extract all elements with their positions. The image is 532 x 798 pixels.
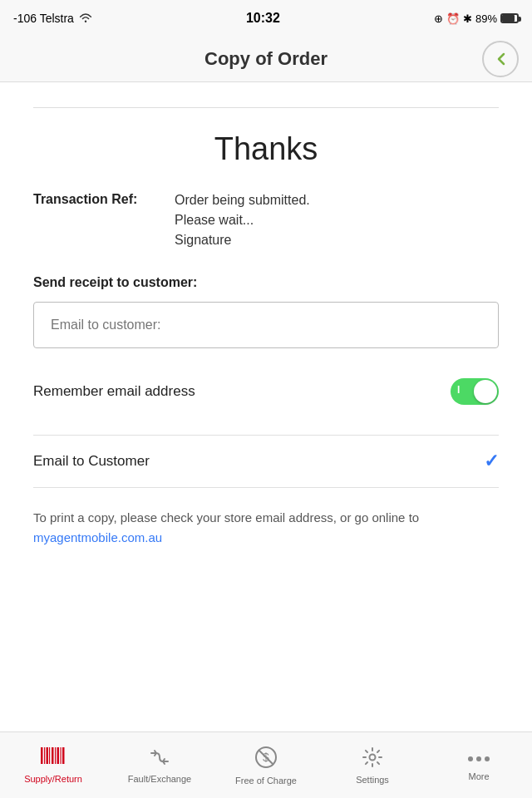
- supply-return-label: Supply/Return: [24, 774, 82, 784]
- status-right: ⊕ ⏰ ✱ 89%: [434, 12, 519, 25]
- info-text: To print a copy, please check your store…: [33, 508, 499, 548]
- email-to-customer-row[interactable]: Email to Customer ✓: [33, 436, 499, 488]
- svg-point-13: [468, 756, 473, 761]
- transaction-ref-value: Order being submitted. Please wait... Si…: [175, 190, 310, 250]
- tab-fault-exchange[interactable]: Fault/Exchange: [106, 732, 213, 798]
- supply-return-icon: [41, 747, 66, 771]
- transaction-line1: Order being submitted.: [175, 190, 310, 210]
- remember-email-toggle[interactable]: I: [451, 378, 499, 405]
- info-text-main: To print a copy, please check your store…: [33, 510, 419, 525]
- carrier-text: -106 Telstra: [13, 12, 74, 25]
- send-receipt-label: Send receipt to customer:: [33, 275, 499, 290]
- svg-rect-2: [47, 747, 49, 764]
- svg-point-12: [370, 754, 376, 760]
- svg-rect-5: [55, 747, 56, 764]
- transaction-ref-row: Transaction Ref: Order being submitted. …: [33, 190, 499, 250]
- fault-exchange-label: Fault/Exchange: [128, 774, 191, 784]
- thanks-title: Thanks: [33, 107, 499, 167]
- lock-icon: ⊕: [434, 12, 443, 25]
- more-label: More: [468, 771, 489, 781]
- toggle-knob: [474, 380, 497, 403]
- tab-more[interactable]: More: [426, 732, 532, 798]
- barcode-icon: [41, 747, 66, 767]
- battery-icon: [500, 13, 519, 23]
- status-time: 10:32: [246, 11, 280, 26]
- email-to-customer-label: Email to Customer: [33, 453, 150, 470]
- back-button[interactable]: [482, 41, 519, 77]
- free-of-charge-label: Free of Charge: [235, 776, 297, 786]
- svg-point-15: [485, 756, 490, 761]
- info-link[interactable]: myagentmobile.com.au: [33, 530, 162, 544]
- settings-icon: [362, 746, 383, 771]
- remember-email-label: Remember email address: [33, 383, 195, 400]
- svg-rect-7: [61, 747, 62, 764]
- main-content: Thanks Transaction Ref: Order being subm…: [0, 82, 532, 732]
- svg-rect-8: [62, 747, 65, 764]
- settings-label: Settings: [356, 775, 389, 785]
- svg-point-14: [476, 756, 481, 761]
- tab-free-of-charge[interactable]: $ Free of Charge: [213, 732, 319, 798]
- transaction-line2: Please wait...: [175, 210, 310, 230]
- free-of-charge-icon: $: [254, 746, 278, 772]
- tab-settings[interactable]: Settings: [319, 732, 426, 798]
- email-input[interactable]: [51, 318, 481, 332]
- svg-rect-3: [49, 747, 50, 764]
- alarm-icon: ⏰: [446, 12, 460, 25]
- wifi-icon: [79, 12, 92, 25]
- status-bar: -106 Telstra 10:32 ⊕ ⏰ ✱ 89%: [0, 0, 532, 37]
- transaction-ref-label: Transaction Ref:: [33, 190, 175, 207]
- fault-exchange-icon: [148, 747, 171, 771]
- status-left: -106 Telstra: [13, 12, 92, 25]
- page-title: Copy of Order: [204, 48, 328, 70]
- more-icon: [467, 750, 490, 768]
- svg-rect-1: [44, 747, 45, 764]
- svg-rect-6: [57, 747, 60, 764]
- email-to-customer-checkmark: ✓: [484, 451, 499, 472]
- tab-bar: Supply/Return Fault/Exchange $ Free of C…: [0, 732, 532, 798]
- remember-email-row: Remember email address I: [33, 378, 499, 405]
- transaction-line3: Signature: [175, 230, 310, 250]
- battery-text: 89%: [475, 12, 497, 25]
- bluetooth-icon: ✱: [463, 12, 472, 25]
- tab-supply-return[interactable]: Supply/Return: [0, 732, 106, 798]
- header: Copy of Order: [0, 37, 532, 82]
- toggle-on-text: I: [457, 384, 460, 396]
- svg-rect-4: [52, 747, 54, 764]
- back-icon: [491, 50, 510, 68]
- email-input-container[interactable]: [33, 302, 499, 348]
- svg-rect-0: [41, 747, 43, 764]
